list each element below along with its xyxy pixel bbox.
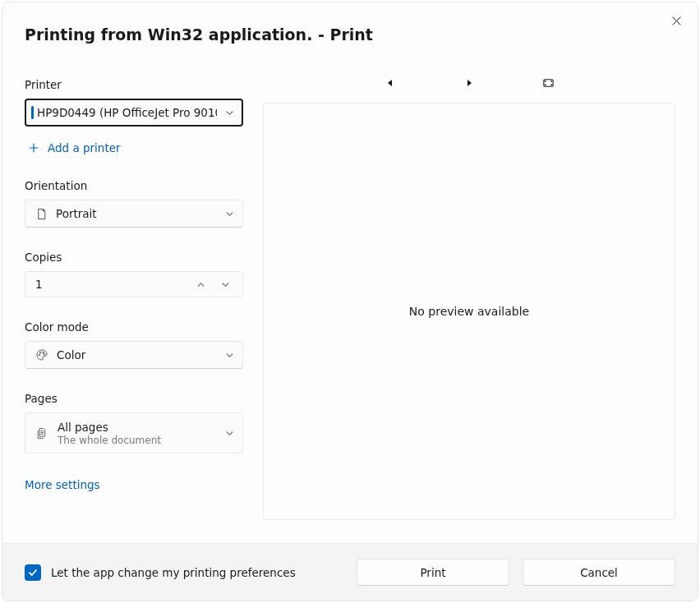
add-printer-link[interactable]: Add a printer [25, 141, 243, 154]
svg-point-3 [44, 353, 45, 355]
copies-label: Copies [25, 251, 243, 264]
color-mode-dropdown[interactable]: Color [25, 341, 243, 369]
svg-point-1 [39, 352, 41, 353]
preview-nav [263, 73, 675, 93]
chevron-up-icon [196, 280, 205, 289]
cancel-button[interactable]: Cancel [523, 559, 675, 586]
copies-group: Copies 1 [25, 251, 243, 297]
plus-icon [28, 142, 39, 154]
preview-fullscreen-button[interactable] [538, 73, 558, 93]
copies-increment[interactable] [188, 272, 213, 297]
copies-value: 1 [35, 278, 188, 291]
print-button[interactable]: Print [357, 559, 509, 586]
preview-message: No preview available [409, 305, 529, 318]
preview-panel: No preview available [263, 44, 675, 543]
copies-input[interactable]: 1 [25, 271, 243, 297]
pages-selected: All pages [58, 421, 215, 434]
printer-label: Printer [25, 78, 243, 91]
preview-prev-button[interactable] [380, 73, 400, 93]
fullscreen-icon [543, 79, 554, 87]
close-icon [671, 16, 682, 26]
triangle-left-icon [387, 80, 394, 86]
chevron-down-icon [225, 206, 234, 222]
svg-point-2 [43, 352, 44, 353]
add-printer-label: Add a printer [48, 141, 121, 154]
settings-panel: Printer HP9D0449 (HP OfficeJet Pro 9010 … [25, 44, 243, 543]
color-mode-group: Color mode Color [25, 320, 243, 369]
pages-icon [35, 427, 48, 440]
more-settings-link[interactable]: More settings [25, 478, 243, 491]
palette-icon [35, 348, 48, 361]
printer-selected: HP9D0449 (HP OfficeJet Pro 9010 se [37, 106, 217, 119]
orientation-group: Orientation Portrait [25, 179, 243, 228]
printer-group: Printer HP9D0449 (HP OfficeJet Pro 9010 … [25, 78, 243, 179]
chevron-down-icon [225, 348, 234, 363]
preferences-checkbox-label[interactable]: Let the app change my printing preferenc… [51, 566, 296, 579]
color-mode-label: Color mode [25, 320, 243, 334]
svg-point-0 [39, 354, 40, 356]
close-button[interactable] [666, 11, 686, 30]
preferences-checkbox[interactable] [25, 564, 41, 581]
dialog-footer: Let the app change my printing preferenc… [2, 543, 698, 601]
dialog-title: Printing from Win32 application. - Print [2, 2, 698, 44]
focus-indicator [31, 106, 34, 119]
printer-dropdown[interactable]: HP9D0449 (HP OfficeJet Pro 9010 se [25, 99, 243, 127]
preview-area: No preview available [263, 103, 675, 520]
pages-description: The whole document [58, 435, 215, 446]
chevron-down-icon [221, 280, 230, 289]
triangle-right-icon [466, 80, 472, 86]
dialog-body: Printer HP9D0449 (HP OfficeJet Pro 9010 … [2, 44, 698, 543]
pages-dropdown[interactable]: All pages The whole document [25, 412, 243, 453]
orientation-dropdown[interactable]: Portrait [25, 200, 243, 228]
orientation-label: Orientation [25, 179, 243, 192]
print-dialog: Printing from Win32 application. - Print… [2, 2, 698, 601]
chevron-down-icon [225, 426, 234, 441]
color-mode-selected: Color [57, 348, 217, 361]
preview-next-button[interactable] [459, 73, 479, 93]
orientation-selected: Portrait [56, 207, 217, 220]
portrait-icon [35, 208, 48, 220]
check-icon [28, 568, 38, 578]
pages-label: Pages [25, 392, 243, 405]
copies-decrement[interactable] [213, 272, 237, 297]
preferences-checkbox-row: Let the app change my printing preferenc… [25, 564, 343, 581]
chevron-down-icon [225, 105, 234, 121]
pages-group: Pages All pages The whole document [25, 392, 243, 453]
